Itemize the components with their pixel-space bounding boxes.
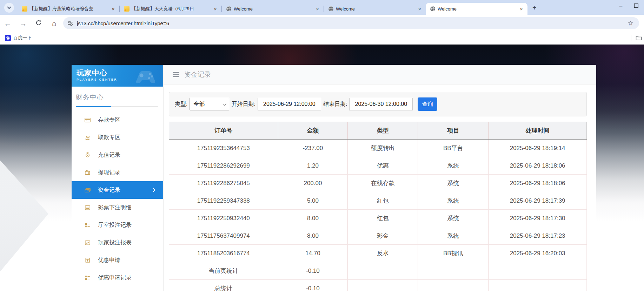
header-order-no: 订单号 (169, 122, 278, 140)
table-cell: 总统计 (169, 280, 278, 291)
table-cell (489, 262, 587, 280)
reload-icon (35, 19, 42, 26)
table-cell: 2025-06-29 18:17:30 (489, 210, 587, 227)
table-cell: 5.00 (278, 192, 348, 210)
address-bar[interactable]: js13.cc/hhcp/usercenter.html?iniType=6 ☆ (63, 17, 639, 29)
maximize-button[interactable] (629, 3, 644, 9)
sidebar-item-recharge-records[interactable]: 充值记录 (72, 146, 163, 164)
table-cell: 额度转出 (348, 140, 418, 157)
table-row-total-summary: 总统计 -0.10 (169, 280, 587, 291)
table-cell: 系统 (418, 192, 489, 210)
back-button[interactable]: ← (0, 20, 15, 27)
wallet-icon (84, 169, 91, 176)
chevron-down-icon (7, 5, 11, 9)
end-date-label: 结束日期: (323, 101, 347, 108)
table-cell: -0.10 (278, 280, 348, 291)
table-row: 1751192286292699 1.20 优惠 系统 2025-06-29 1… (169, 157, 587, 175)
table-cell: 系统 (418, 210, 489, 227)
header-process-time: 处理时间 (489, 122, 587, 140)
close-icon[interactable]: × (111, 6, 116, 12)
browser-tab-5-active[interactable]: Welcome × (426, 3, 527, 15)
table-header-row: 订单号 金额 类型 项目 处理时间 (169, 122, 587, 140)
bookmark-item-baidu[interactable]: 百度一下 (5, 35, 32, 41)
type-filter-label: 类型: (175, 101, 187, 108)
search-button[interactable]: 查询 (418, 97, 437, 111)
sidebar-item-fund-records[interactable]: 资金记录 (72, 181, 163, 199)
minimize-button[interactable]: – (613, 3, 629, 9)
header-type: 类型 (348, 122, 418, 140)
background-triangle-decoration (0, 160, 48, 272)
player-center-sidebar: 玩家中心 PLAYERS CENTER 财务中心 存款专区 取款专区 (72, 65, 164, 291)
table-cell: 8.00 (278, 227, 348, 245)
close-icon[interactable]: × (213, 6, 218, 12)
table-cell: 2025-06-29 18:18:06 (489, 157, 587, 175)
sidebar-item-hall-bet-records[interactable]: 厅室投注记录 (72, 216, 163, 234)
start-date-input[interactable]: 2025-06-29 12:00:00 (258, 98, 321, 110)
sidebar-item-label: 玩家投注报表 (98, 239, 132, 246)
globe-icon (328, 6, 334, 12)
start-date-label: 开始日期: (231, 101, 255, 108)
url-text[interactable]: js13.cc/hhcp/usercenter.html?iniType=6 (77, 20, 628, 26)
tab-title: Welcome (438, 6, 517, 12)
table-cell: 1.20 (278, 157, 348, 175)
close-icon[interactable]: × (315, 6, 320, 12)
bookmark-star-icon[interactable]: ☆ (628, 19, 633, 27)
table-cell: 反水 (348, 245, 418, 262)
chevron-down-icon (223, 102, 226, 106)
forward-button[interactable]: → (15, 20, 31, 27)
site-settings-icon[interactable] (67, 20, 73, 26)
new-tab-button[interactable]: + (532, 4, 537, 11)
header-project: 项目 (418, 122, 489, 140)
table-row: 1751192286275045 200.00 在线存款 系统 2025-06-… (169, 175, 587, 192)
table-row: 1751175637409974 8.00 彩金 系统 2025-06-29 1… (169, 227, 587, 245)
hamburger-menu-icon[interactable] (173, 74, 179, 75)
table-cell: -0.10 (278, 262, 348, 280)
tab-search-button[interactable] (4, 3, 14, 13)
close-icon[interactable]: × (519, 6, 524, 12)
end-date-input[interactable]: 2025-06-30 12:00:00 (349, 98, 413, 110)
table-cell (348, 280, 418, 291)
gamepad-icon (133, 68, 158, 84)
list-doc-icon (84, 204, 91, 211)
withdraw-hand-icon (84, 134, 91, 141)
message-icon (124, 6, 130, 12)
table-cell: 2025-06-29 18:17:39 (489, 192, 587, 210)
table-cell (418, 262, 489, 280)
sidebar-item-label: 资金记录 (98, 187, 120, 194)
type-select[interactable]: 全部 (190, 98, 229, 110)
type-select-value: 全部 (193, 101, 205, 108)
message-icon (22, 6, 27, 12)
table-row: 1751192259347338 5.00 红包 系统 2025-06-29 1… (169, 192, 587, 210)
bookmark-label: 百度一下 (13, 35, 32, 41)
table-cell: 2025-06-29 18:19:14 (489, 140, 587, 157)
sidebar-item-deposit-zone[interactable]: 存款专区 (72, 111, 163, 129)
browser-tab-3[interactable]: Welcome × (222, 3, 324, 15)
table-cell: -237.00 (278, 140, 348, 157)
home-button[interactable]: ⌂ (46, 20, 62, 27)
browser-tab-4[interactable]: Welcome × (324, 3, 426, 15)
table-cell (489, 280, 587, 291)
deposit-card-icon (84, 117, 91, 123)
red-packet-icon (84, 257, 91, 264)
table-cell: 优惠 (348, 157, 418, 175)
sidebar-item-withdraw-zone[interactable]: 取款专区 (72, 129, 163, 146)
sidebar-item-label: 厅室投注记录 (98, 222, 132, 229)
table-cell: 2025-06-29 16:20:03 (489, 245, 587, 262)
sidebar-section-title: 财务中心 (76, 93, 158, 102)
table-cell (348, 262, 418, 280)
browser-tab-1[interactable]: 【新提醒】海燕策略论坛综合交 × (18, 3, 119, 15)
sidebar-menu: 存款专区 取款专区 充值记录 提现记录 资金记录 彩票下注明细 (72, 111, 163, 286)
table-cell: 2025-06-29 18:17:23 (489, 227, 587, 245)
close-icon[interactable]: × (417, 6, 422, 12)
reload-button[interactable] (31, 19, 46, 27)
sidebar-item-withdrawal-records[interactable]: 提现记录 (72, 164, 163, 181)
other-bookmarks-folder-icon[interactable] (636, 35, 642, 41)
browser-tab-2[interactable]: 【新提醒】天天竞猜（6月29日 × (120, 3, 221, 15)
tab-title: Welcome (336, 6, 415, 12)
sidebar-item-promo-application-records[interactable]: 优惠申请记录 (72, 269, 163, 286)
content-header: 资金记录 (164, 65, 596, 84)
sidebar-item-player-bet-report[interactable]: 玩家投注报表 (72, 234, 163, 251)
sidebar-item-lottery-bet-details[interactable]: 彩票下注明细 (72, 199, 163, 216)
sidebar-item-promo-application[interactable]: 优惠申请 (72, 251, 163, 269)
fund-records-table: 订单号 金额 类型 项目 处理时间 1751192353644753 -237.… (169, 122, 587, 291)
